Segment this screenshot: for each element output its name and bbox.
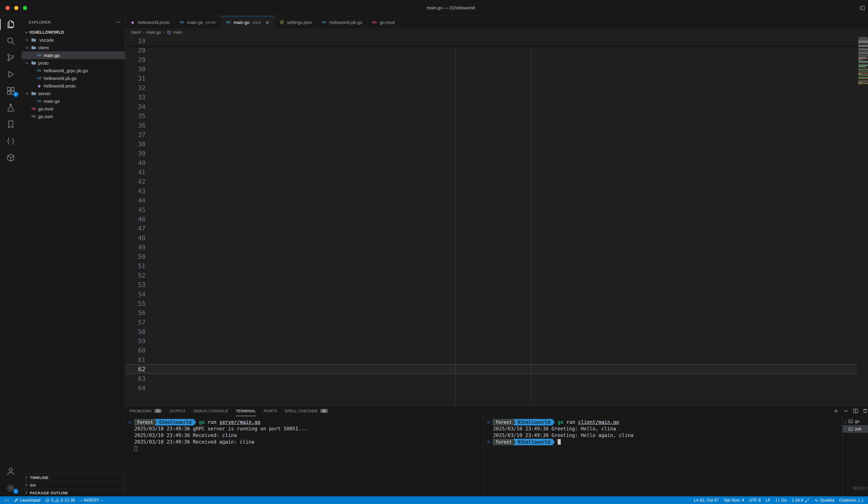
- code-line-63[interactable]: 63: [125, 374, 857, 383]
- explorer-more-actions-icon[interactable]: [115, 19, 121, 25]
- tree-file-go.mod[interactable]: GOgo.mod: [22, 105, 125, 113]
- code-line-38[interactable]: 38: [125, 139, 857, 149]
- activity-bar-item-account[interactable]: [0, 463, 21, 480]
- code-line-48[interactable]: 48: [125, 233, 857, 243]
- code-line-53[interactable]: 53: [125, 280, 857, 289]
- code-line-54[interactable]: 54: [125, 289, 857, 299]
- tree-folder-server[interactable]: server: [22, 90, 125, 97]
- workspace-section-header[interactable]: 01HELLOWORLD: [22, 29, 125, 36]
- split-terminal-icon[interactable]: [853, 408, 858, 414]
- tab-settings.json[interactable]: settings.json: [275, 16, 317, 29]
- tab-main.go-server[interactable]: GOmain.goserver: [175, 16, 221, 29]
- minimap[interactable]: [857, 36, 868, 405]
- code-line-41[interactable]: 41: [125, 167, 857, 177]
- code-line-44[interactable]: 44: [125, 196, 857, 205]
- sidebar-section-package-outline[interactable]: PACKAGE OUTLINE: [22, 489, 125, 496]
- terminal-list-item-zsh[interactable]: └zsh: [843, 425, 868, 433]
- panel-tab-spell-checker[interactable]: SPELL CHECKER35: [285, 406, 328, 416]
- code-area[interactable]: 1928293031323334353637383940414243444546…: [125, 36, 857, 405]
- code-line-31[interactable]: 31: [125, 74, 857, 83]
- code-line-51[interactable]: 51: [125, 261, 857, 270]
- tab-go.mod[interactable]: GOgo.mod: [367, 16, 400, 29]
- code-line-29[interactable]: 29: [125, 55, 857, 64]
- code-line-56[interactable]: 56: [125, 308, 857, 318]
- minimize-window-button[interactable]: [14, 6, 18, 10]
- chevron-down-icon[interactable]: [843, 408, 849, 414]
- status-language-mode[interactable]: Go: [773, 496, 789, 504]
- code-line-42[interactable]: 42: [125, 177, 857, 186]
- tree-folder-client[interactable]: client: [22, 44, 125, 51]
- close-tab-icon[interactable]: [265, 20, 270, 25]
- status-quokka[interactable]: Quokka: [812, 496, 837, 504]
- panel-tab-problems[interactable]: PROBLEMS35: [130, 406, 162, 416]
- code-line-47[interactable]: 47: [125, 224, 857, 233]
- status-go-version[interactable]: 1.24.0: [789, 496, 812, 504]
- status-vim-mode[interactable]: -- INSERT --: [78, 496, 105, 504]
- code-line-46[interactable]: 46: [125, 214, 857, 224]
- code-line-50[interactable]: 50: [125, 252, 857, 261]
- code-line-62[interactable]: 62: [125, 364, 857, 374]
- panel-tab-ports[interactable]: PORTS: [264, 406, 277, 416]
- terminal-pane-server[interactable]: forest01helloworldgo run server/main.go2…: [125, 416, 484, 496]
- activity-bar-item-extensions[interactable]: 2: [0, 83, 21, 99]
- breadcrumb-item[interactable]: main.go: [146, 30, 161, 35]
- code-line-58[interactable]: 58: [125, 327, 857, 336]
- code-line-64[interactable]: 64: [125, 383, 857, 392]
- code-line-30[interactable]: 30: [125, 64, 857, 74]
- status-launchpad[interactable]: Launchpad: [11, 496, 43, 504]
- panel-tab-terminal[interactable]: TERMINAL: [236, 406, 256, 416]
- activity-bar-item-bookmarks[interactable]: [0, 116, 21, 133]
- tree-folder-proto[interactable]: proto: [22, 59, 125, 67]
- status-encoding[interactable]: UTF-8: [746, 496, 763, 504]
- layout-sidebar-left-icon[interactable]: [860, 5, 865, 11]
- tree-folder-.vscode[interactable]: .vscode: [22, 36, 125, 44]
- command-decoration-icon[interactable]: [129, 421, 131, 423]
- code-line-55[interactable]: 55: [125, 299, 857, 308]
- tree-file-helloworld.pb.go[interactable]: GOhelloworld.pb.go: [22, 74, 125, 82]
- command-decoration-icon[interactable]: [487, 421, 490, 423]
- terminal-pane-client[interactable]: forest01helloworldgo run client/main.go2…: [484, 416, 842, 496]
- tab-main.go-client[interactable]: GOmain.goclient: [221, 16, 275, 29]
- status-problems[interactable]: 0035: [43, 496, 78, 504]
- activity-bar-item-search[interactable]: [0, 33, 21, 49]
- code-line-45[interactable]: 45: [125, 205, 857, 214]
- breadcrumb-item[interactable]: client: [131, 30, 141, 35]
- sidebar-section-timeline[interactable]: TIMELINE: [22, 473, 125, 481]
- tree-file-go.sum[interactable]: GOgo.sum: [22, 113, 125, 120]
- panel-tab-debug-console[interactable]: DEBUG CONSOLE: [193, 406, 228, 416]
- code-line-43[interactable]: 43: [125, 186, 857, 196]
- status-cursor-position[interactable]: Ln 62, Col 47: [691, 496, 721, 504]
- code-line-36[interactable]: 36: [125, 121, 857, 130]
- activity-bar-item-source-control[interactable]: [0, 49, 21, 66]
- activity-bar-item-run-debug[interactable]: [0, 66, 21, 83]
- close-window-button[interactable]: [6, 6, 10, 10]
- status-codeium[interactable]: Codeium: {..}: [837, 496, 866, 504]
- breadcrumb-symbol[interactable]: main: [173, 30, 182, 35]
- code-line-34[interactable]: 34: [125, 102, 857, 111]
- code-line-35[interactable]: 35: [125, 111, 857, 121]
- code-line-40[interactable]: 40: [125, 158, 857, 167]
- code-line-32[interactable]: 32: [125, 83, 857, 92]
- code-line-52[interactable]: 52: [125, 270, 857, 280]
- sticky-scroll-line[interactable]: 19: [125, 36, 857, 45]
- activity-bar-item-snippets[interactable]: [0, 133, 21, 150]
- status-indentation[interactable]: Tab Size: 4: [721, 496, 747, 504]
- terminal-list-item-go[interactable]: ┌go: [843, 418, 868, 425]
- tree-file-main.go[interactable]: GOmain.go: [22, 97, 125, 105]
- panel-tab-output[interactable]: OUTPUT: [169, 406, 186, 416]
- activity-bar-item-explorer[interactable]: [0, 16, 21, 33]
- code-line-61[interactable]: 61: [125, 355, 857, 364]
- code-line-33[interactable]: 33: [125, 92, 857, 102]
- status-prettier[interactable]: Prettier: [866, 496, 868, 504]
- add-terminal-icon[interactable]: [833, 408, 839, 414]
- code-line-37[interactable]: 37: [125, 130, 857, 139]
- activity-bar-item-testing[interactable]: [0, 99, 21, 116]
- tree-file-main.go[interactable]: GOmain.go: [22, 51, 125, 59]
- tab-helloworld.proto[interactable]: ◆helloworld.proto: [125, 16, 175, 29]
- tab-helloworld.pb.go[interactable]: GOhelloworld.pb.go: [317, 16, 367, 29]
- code-line-28[interactable]: 28: [125, 45, 857, 55]
- zoom-window-button[interactable]: [23, 6, 27, 10]
- tree-file-helloworld.proto[interactable]: ◆helloworld.proto: [22, 82, 125, 90]
- code-line-49[interactable]: 49: [125, 243, 857, 252]
- tree-file-helloworld_grpc.pb.go[interactable]: GOhelloworld_grpc.pb.go: [22, 67, 125, 74]
